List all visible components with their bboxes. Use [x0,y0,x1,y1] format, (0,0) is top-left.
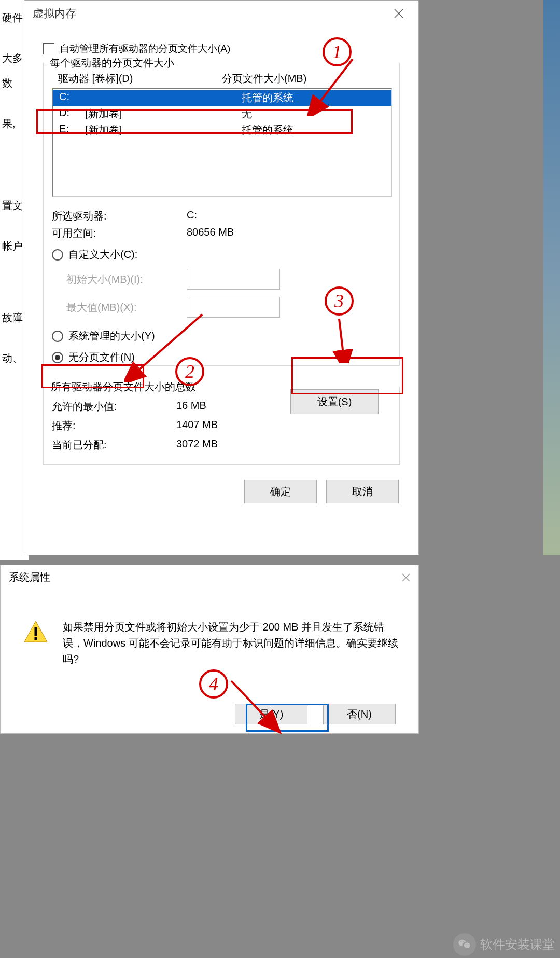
selected-drive-row: 所选驱动器: C: [52,209,392,223]
current-label: 当前已分配: [52,438,176,452]
recommended-label: 推荐: [52,419,176,433]
drive-row-c[interactable]: C: 托管的系统 [53,90,391,106]
no-paging-file-label: 无分页文件(N) [68,350,135,364]
selected-drive-value: C: [187,209,197,223]
recommended-value: 1407 MB [176,419,218,433]
free-space-row: 可用空间: 80656 MB [52,226,392,240]
min-value: 16 MB [176,400,206,414]
drive-list[interactable]: C: 托管的系统 D: [新加卷] 无 E: [新加卷] 托管的系统 [52,88,392,197]
close-button[interactable] [387,2,410,25]
col-drive-label: 驱动器 [卷标](D) [58,72,222,86]
confirm-titlebar: 系统属性 [1,565,418,590]
cancel-button[interactable]: 取消 [326,480,399,503]
annotation-box-1 [36,109,353,134]
free-space-value: 80656 MB [187,226,234,240]
close-icon [394,9,403,18]
confirm-text: 如果禁用分页文件或将初始大小设置为少于 200 MB 并且发生了系统错误，Win… [63,619,400,667]
bg-text: 置文 [2,193,26,218]
annotation-2: 2 [175,357,204,386]
current-value: 3072 MB [176,438,218,452]
dialog-buttons: 确定 取消 [43,480,400,503]
watermark: 软件安装课堂 [453,933,555,956]
system-managed-label: 系统管理的大小(Y) [68,329,155,343]
selected-drive-label: 所选驱动器: [52,209,187,223]
system-managed-radio[interactable]: 系统管理的大小(Y) [52,329,392,343]
no-button[interactable]: 否(N) [323,704,396,724]
bg-text: 帐户 [2,234,26,258]
desktop-wallpaper-strip [543,0,560,555]
close-icon[interactable] [402,570,410,585]
ok-button[interactable]: 确定 [244,480,317,503]
min-label: 允许的最小值: [52,400,176,414]
free-space-label: 可用空间: [52,226,187,240]
per-drive-group: 每个驱动器的分页文件大小 驱动器 [卷标](D) 分页文件大小(MB) C: 托… [43,63,400,366]
wechat-icon [453,933,476,956]
col-size-label: 分页文件大小(MB) [222,72,386,86]
annotation-box-2 [41,364,144,388]
annotation-4: 4 [199,669,228,699]
per-drive-label: 每个驱动器的分页文件大小 [47,56,177,70]
bg-text: 故障 [2,305,26,330]
annotation-3: 3 [325,286,354,316]
system-properties-warning-dialog: 系统属性 如果禁用分页文件或将初始大小设置为少于 200 MB 并且发生了系统错… [0,565,419,734]
radio-icon [52,249,63,261]
svg-rect-3 [35,627,37,636]
initial-size-label: 初始大小(MB)(I): [52,272,176,286]
virtual-memory-dialog: 虚拟内存 自动管理所有驱动器的分页文件大小(A) 每个驱动器的分页文件大小 驱动… [24,0,419,555]
bg-text: 大多数 [2,46,26,95]
drive-name: C: [59,91,85,105]
totals-group: 所有驱动器分页文件大小的总数 允许的最小值:16 MB 推荐:1407 MB 当… [43,387,400,465]
annotation-box-3 [291,357,403,394]
custom-size-radio[interactable]: 自定义大小(C): [52,248,392,262]
dialog-title: 虚拟内存 [33,6,76,21]
watermark-text: 软件安装课堂 [480,936,555,953]
max-size-label: 最大值(MB)(X): [52,300,176,314]
drive-list-header: 驱动器 [卷标](D) 分页文件大小(MB) [52,71,392,87]
custom-size-label: 自定义大小(C): [68,248,137,262]
annotation-1: 1 [323,37,352,66]
confirm-title: 系统属性 [9,570,50,584]
initial-size-input[interactable] [187,269,280,290]
bg-text: 果, [2,111,26,136]
max-size-input[interactable] [187,297,280,318]
bg-text: 动、 [2,346,26,371]
radio-icon [52,352,63,363]
radio-icon [52,331,63,342]
titlebar: 虚拟内存 [24,1,418,26]
drive-label [85,91,242,105]
bg-text: 硬件 [2,5,26,30]
checkbox-icon [43,43,54,54]
drive-size: 托管的系统 [242,91,385,105]
auto-manage-label: 自动管理所有驱动器的分页文件大小(A) [60,42,230,56]
warning-icon [23,619,48,644]
confirm-buttons: 是(Y) 否(N) [1,695,418,733]
annotation-box-4 [246,704,329,732]
svg-rect-4 [35,637,37,640]
